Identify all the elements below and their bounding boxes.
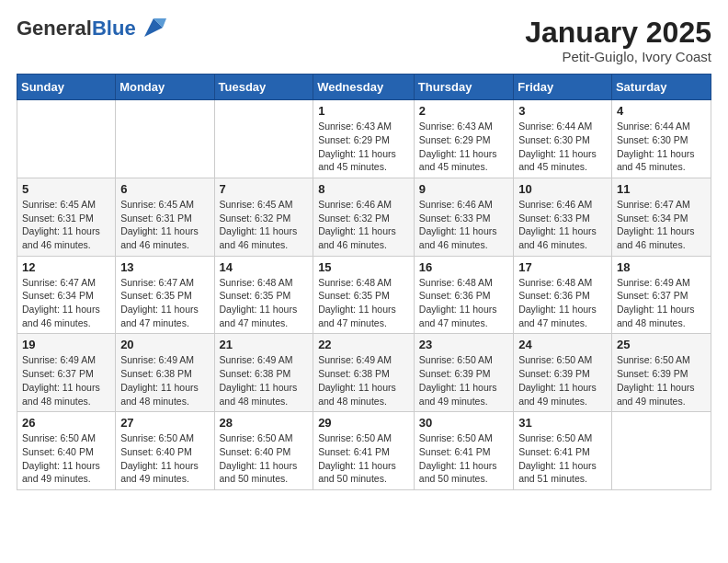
day-number: 31 [518, 416, 607, 430]
day-info: Sunrise: 6:46 AMSunset: 6:33 PMDaylight:… [419, 198, 508, 252]
calendar-cell: 3Sunrise: 6:44 AMSunset: 6:30 PMDaylight… [514, 100, 612, 178]
calendar-cell: 24Sunrise: 6:50 AMSunset: 6:39 PMDayligh… [514, 334, 612, 412]
calendar-cell: 22Sunrise: 6:49 AMSunset: 6:38 PMDayligh… [313, 334, 415, 412]
day-info: Sunrise: 6:50 AMSunset: 6:40 PMDaylight:… [120, 431, 209, 486]
daylight-text: Daylight: 11 hours and 47 minutes. [120, 304, 199, 328]
sunset-text: Sunset: 6:29 PM [419, 134, 491, 145]
day-info: Sunrise: 6:45 AMSunset: 6:32 PMDaylight:… [220, 198, 309, 252]
day-number: 3 [518, 104, 607, 118]
weekday-header-wednesday: Wednesday [313, 75, 415, 100]
calendar-cell: 17Sunrise: 6:48 AMSunset: 6:36 PMDayligh… [514, 256, 612, 334]
calendar-cell: 31Sunrise: 6:50 AMSunset: 6:41 PMDayligh… [514, 412, 612, 490]
calendar-cell: 6Sunrise: 6:45 AMSunset: 6:31 PMDaylight… [116, 178, 214, 256]
sunset-text: Sunset: 6:35 PM [318, 290, 390, 301]
day-number: 24 [518, 338, 607, 351]
daylight-text: Daylight: 11 hours and 50 minutes. [220, 460, 298, 485]
weekday-header-thursday: Thursday [414, 75, 513, 100]
day-number: 19 [22, 338, 110, 351]
daylight-text: Daylight: 11 hours and 48 minutes. [120, 382, 199, 407]
sunrise-text: Sunrise: 6:47 AM [22, 277, 96, 288]
day-number: 8 [318, 182, 409, 196]
daylight-text: Daylight: 11 hours and 45 minutes. [318, 148, 396, 173]
sunrise-text: Sunrise: 6:43 AM [318, 121, 392, 132]
calendar-cell: 1Sunrise: 6:43 AMSunset: 6:29 PMDaylight… [313, 100, 415, 178]
calendar-cell: 30Sunrise: 6:50 AMSunset: 6:41 PMDayligh… [414, 412, 513, 490]
daylight-text: Daylight: 11 hours and 51 minutes. [518, 460, 597, 485]
weekday-header-row: SundayMondayTuesdayWednesdayThursdayFrid… [17, 75, 711, 100]
sunset-text: Sunset: 6:31 PM [120, 213, 192, 224]
day-number: 16 [419, 260, 508, 274]
daylight-text: Daylight: 11 hours and 47 minutes. [518, 304, 597, 328]
day-number: 5 [22, 182, 110, 196]
calendar-cell: 25Sunrise: 6:50 AMSunset: 6:39 PMDayligh… [611, 334, 711, 412]
sunrise-text: Sunrise: 6:49 AM [617, 277, 690, 288]
sunrise-text: Sunrise: 6:50 AM [318, 432, 392, 443]
day-number: 26 [22, 416, 110, 430]
sunrise-text: Sunrise: 6:47 AM [617, 199, 690, 210]
day-info: Sunrise: 6:50 AMSunset: 6:41 PMDaylight:… [318, 431, 409, 486]
day-number: 13 [120, 260, 209, 274]
sunset-text: Sunset: 6:38 PM [220, 368, 291, 379]
sunrise-text: Sunrise: 6:44 AM [617, 121, 690, 132]
calendar-week-2: 5Sunrise: 6:45 AMSunset: 6:31 PMDaylight… [17, 178, 711, 256]
sunrise-text: Sunrise: 6:50 AM [518, 354, 592, 365]
sunset-text: Sunset: 6:37 PM [617, 290, 688, 301]
daylight-text: Daylight: 11 hours and 50 minutes. [419, 460, 497, 485]
day-number: 11 [617, 182, 706, 196]
sunset-text: Sunset: 6:41 PM [518, 446, 590, 457]
day-number: 9 [419, 182, 508, 196]
sunset-text: Sunset: 6:38 PM [120, 368, 192, 379]
sunrise-text: Sunrise: 6:50 AM [617, 354, 690, 365]
sunrise-text: Sunrise: 6:48 AM [318, 277, 392, 288]
sunset-text: Sunset: 6:34 PM [617, 213, 688, 224]
day-info: Sunrise: 6:48 AMSunset: 6:35 PMDaylight:… [220, 276, 309, 330]
calendar-cell: 29Sunrise: 6:50 AMSunset: 6:41 PMDayligh… [313, 412, 415, 490]
sunrise-text: Sunrise: 6:50 AM [120, 432, 194, 443]
day-info: Sunrise: 6:49 AMSunset: 6:38 PMDaylight:… [120, 353, 209, 408]
daylight-text: Daylight: 11 hours and 49 minutes. [419, 382, 497, 407]
daylight-text: Daylight: 11 hours and 48 minutes. [318, 382, 396, 407]
calendar-week-1: 1Sunrise: 6:43 AMSunset: 6:29 PMDaylight… [17, 100, 711, 178]
day-number: 25 [617, 338, 706, 351]
calendar-cell: 16Sunrise: 6:48 AMSunset: 6:36 PMDayligh… [414, 256, 513, 334]
calendar-cell: 15Sunrise: 6:48 AMSunset: 6:35 PMDayligh… [313, 256, 415, 334]
sunrise-text: Sunrise: 6:48 AM [518, 277, 592, 288]
daylight-text: Daylight: 11 hours and 49 minutes. [120, 460, 199, 485]
sunrise-text: Sunrise: 6:44 AM [518, 121, 592, 132]
sunset-text: Sunset: 6:31 PM [22, 213, 94, 224]
calendar-week-4: 19Sunrise: 6:49 AMSunset: 6:37 PMDayligh… [17, 334, 711, 412]
calendar-title: January 2025 [525, 17, 711, 49]
calendar-week-3: 12Sunrise: 6:47 AMSunset: 6:34 PMDayligh… [17, 256, 711, 334]
day-info: Sunrise: 6:50 AMSunset: 6:39 PMDaylight:… [419, 353, 508, 408]
calendar-cell: 7Sunrise: 6:45 AMSunset: 6:32 PMDaylight… [214, 178, 313, 256]
calendar-cell: 27Sunrise: 6:50 AMSunset: 6:40 PMDayligh… [116, 412, 214, 490]
day-number: 22 [318, 338, 409, 351]
day-number: 1 [318, 104, 409, 118]
day-number: 15 [318, 260, 409, 274]
daylight-text: Daylight: 11 hours and 49 minutes. [518, 382, 597, 407]
day-info: Sunrise: 6:45 AMSunset: 6:31 PMDaylight:… [120, 198, 209, 252]
logo-icon [141, 15, 166, 40]
calendar-cell: 12Sunrise: 6:47 AMSunset: 6:34 PMDayligh… [17, 256, 116, 334]
sunset-text: Sunset: 6:40 PM [22, 446, 94, 457]
sunrise-text: Sunrise: 6:48 AM [419, 277, 493, 288]
sunrise-text: Sunrise: 6:46 AM [419, 199, 493, 210]
day-info: Sunrise: 6:46 AMSunset: 6:32 PMDaylight:… [318, 198, 409, 252]
daylight-text: Daylight: 11 hours and 46 minutes. [419, 225, 497, 250]
daylight-text: Daylight: 11 hours and 50 minutes. [318, 460, 396, 485]
sunset-text: Sunset: 6:38 PM [318, 368, 390, 379]
weekday-header-tuesday: Tuesday [214, 75, 313, 100]
sunset-text: Sunset: 6:33 PM [518, 213, 590, 224]
calendar-cell: 23Sunrise: 6:50 AMSunset: 6:39 PMDayligh… [414, 334, 513, 412]
daylight-text: Daylight: 11 hours and 46 minutes. [220, 225, 298, 250]
calendar-week-5: 26Sunrise: 6:50 AMSunset: 6:40 PMDayligh… [17, 412, 711, 490]
day-number: 6 [120, 182, 209, 196]
sunrise-text: Sunrise: 6:46 AM [318, 199, 392, 210]
weekday-header-friday: Friday [514, 75, 612, 100]
day-info: Sunrise: 6:49 AMSunset: 6:38 PMDaylight:… [220, 353, 309, 408]
title-block: January 2025 Petit-Guiglo, Ivory Coast [525, 17, 711, 64]
day-number: 28 [220, 416, 309, 430]
day-info: Sunrise: 6:50 AMSunset: 6:40 PMDaylight:… [22, 431, 110, 486]
sunset-text: Sunset: 6:30 PM [617, 134, 688, 145]
sunrise-text: Sunrise: 6:45 AM [120, 199, 194, 210]
